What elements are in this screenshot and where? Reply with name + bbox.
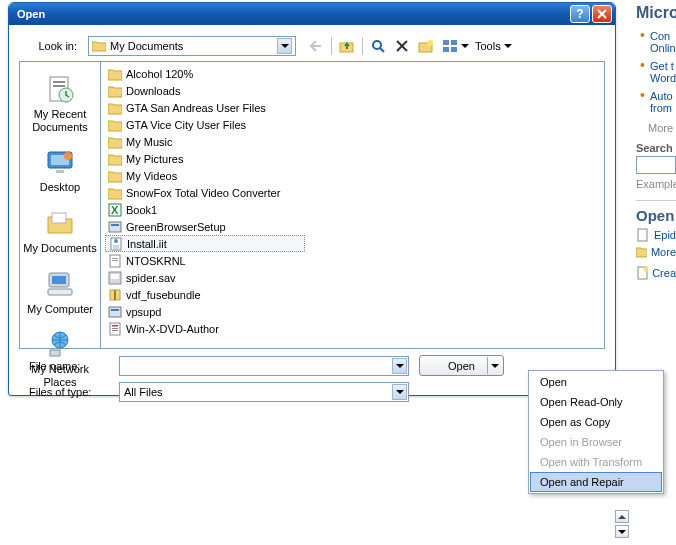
- back-button[interactable]: [305, 35, 327, 57]
- chevron-down-icon[interactable]: [392, 358, 407, 374]
- file-item[interactable]: My Videos: [105, 167, 305, 184]
- search-input[interactable]: [636, 156, 676, 174]
- file-name: Book1: [126, 204, 157, 216]
- file-item[interactable]: NTOSKRNL: [105, 252, 305, 269]
- lookin-value: My Documents: [110, 40, 183, 52]
- svg-rect-40: [112, 325, 118, 327]
- separator: [331, 37, 332, 55]
- svg-rect-31: [112, 258, 118, 259]
- svg-point-1: [373, 41, 381, 49]
- file-item[interactable]: GreenBrowserSetup: [105, 218, 305, 235]
- taskpane-doc-link[interactable]: Epid: [636, 228, 676, 242]
- filename-input[interactable]: [119, 356, 409, 376]
- file-name: vpsupd: [126, 306, 161, 318]
- richtext-icon: [107, 321, 122, 336]
- file-item[interactable]: GTA Vice City User Files: [105, 116, 305, 133]
- search-icon: [371, 39, 385, 53]
- file-name: GTA Vice City User Files: [126, 119, 246, 131]
- file-name: My Music: [126, 136, 172, 148]
- filesoftype-value: All Files: [120, 386, 167, 398]
- file-name: spider.sav: [126, 272, 176, 284]
- svg-rect-26: [111, 224, 119, 226]
- help-button[interactable]: ?: [570, 5, 590, 23]
- place-my-documents[interactable]: My Documents: [21, 200, 99, 261]
- chevron-down-icon: [277, 38, 292, 54]
- file-name: GTA San Andreas User Files: [126, 102, 266, 114]
- file-item[interactable]: vpsupd: [105, 303, 305, 320]
- back-arrow-icon: [308, 39, 324, 53]
- lookin-combo[interactable]: My Documents: [88, 36, 296, 56]
- close-button[interactable]: [592, 5, 612, 23]
- file-item[interactable]: XBook1: [105, 201, 305, 218]
- menu-item-open-read-only[interactable]: Open Read-Only: [530, 392, 662, 412]
- file-item[interactable]: My Pictures: [105, 150, 305, 167]
- delete-button[interactable]: [391, 35, 413, 57]
- filesoftype-combo[interactable]: All Files: [119, 382, 409, 402]
- file-item[interactable]: spider.sav: [105, 269, 305, 286]
- file-item[interactable]: GTA San Andreas User Files: [105, 99, 305, 116]
- folder-open-icon: [636, 246, 647, 258]
- split-separator: [487, 357, 488, 374]
- close-icon: [597, 9, 607, 19]
- new-folder-icon: [418, 39, 434, 53]
- new-folder-button[interactable]: [415, 35, 437, 57]
- file-item[interactable]: Alcohol 120%: [105, 65, 305, 82]
- svg-rect-5: [443, 40, 449, 45]
- sav-icon: [107, 270, 122, 285]
- file-list[interactable]: Alcohol 120%DownloadsGTA San Andreas Use…: [101, 61, 605, 349]
- open-dropdown-toggle[interactable]: [491, 364, 499, 368]
- up-one-level-button[interactable]: [336, 35, 358, 57]
- menu-item-open-and-repair[interactable]: Open and Repair: [530, 472, 662, 492]
- taskpane-link[interactable]: Get tWord: [640, 60, 676, 84]
- taskpane-link[interactable]: Autofrom: [640, 90, 676, 114]
- svg-rect-20: [48, 289, 72, 295]
- open-button[interactable]: Open: [419, 355, 504, 376]
- svg-rect-37: [109, 307, 121, 317]
- file-item[interactable]: Install.iit: [105, 235, 305, 252]
- scroll-up-button[interactable]: [615, 510, 629, 523]
- taskpane-link[interactable]: ConOnlin: [640, 30, 676, 54]
- recent-docs-icon: [44, 73, 76, 105]
- chevron-down-icon[interactable]: [392, 384, 407, 400]
- file-name: Alcohol 120%: [126, 68, 193, 80]
- mycomputer-icon: [44, 268, 76, 300]
- place-label: Desktop: [23, 181, 97, 194]
- file-item[interactable]: vdf_fusebundle: [105, 286, 305, 303]
- file-name: My Videos: [126, 170, 177, 182]
- place-network-places[interactable]: My Network Places: [21, 321, 99, 394]
- exe-icon: [107, 219, 122, 234]
- taskpane-create-link[interactable]: Crea: [636, 266, 676, 280]
- search-web-button[interactable]: [367, 35, 389, 57]
- svg-rect-42: [112, 330, 118, 331]
- example-text: Example: [636, 178, 676, 190]
- delete-icon: [396, 40, 408, 52]
- tools-menu[interactable]: Tools: [471, 40, 516, 52]
- views-icon: [442, 39, 458, 53]
- file-item[interactable]: Win-X-DVD-Author: [105, 320, 275, 337]
- views-button[interactable]: [439, 35, 461, 57]
- folder-icon: [107, 100, 122, 115]
- folder-icon: [92, 40, 106, 52]
- file-name: SnowFox Total Video Converter: [126, 187, 280, 199]
- file-item[interactable]: Downloads: [105, 82, 305, 99]
- file-item[interactable]: SnowFox Total Video Converter: [105, 184, 305, 201]
- svg-rect-15: [56, 170, 64, 173]
- new-document-icon: [636, 266, 648, 280]
- svg-rect-43: [638, 229, 647, 241]
- document-icon: [636, 228, 650, 242]
- place-desktop[interactable]: Desktop: [21, 139, 99, 200]
- menu-item-open[interactable]: Open: [530, 372, 662, 392]
- network-icon: [44, 328, 76, 360]
- svg-rect-32: [112, 260, 118, 261]
- place-my-computer[interactable]: My Computer: [21, 261, 99, 322]
- place-recent-documents[interactable]: My Recent Documents: [21, 66, 99, 139]
- menu-item-open-as-copy[interactable]: Open as Copy: [530, 412, 662, 432]
- file-item[interactable]: My Music: [105, 133, 305, 150]
- taskpane-heading2: Open: [636, 200, 676, 224]
- taskpane-more-link[interactable]: More: [636, 246, 676, 258]
- scroll-down-button[interactable]: [615, 525, 629, 538]
- more-link[interactable]: More: [648, 122, 676, 134]
- views-dropdown-icon[interactable]: [461, 44, 469, 48]
- svg-text:X: X: [111, 204, 119, 216]
- svg-point-28: [114, 239, 118, 243]
